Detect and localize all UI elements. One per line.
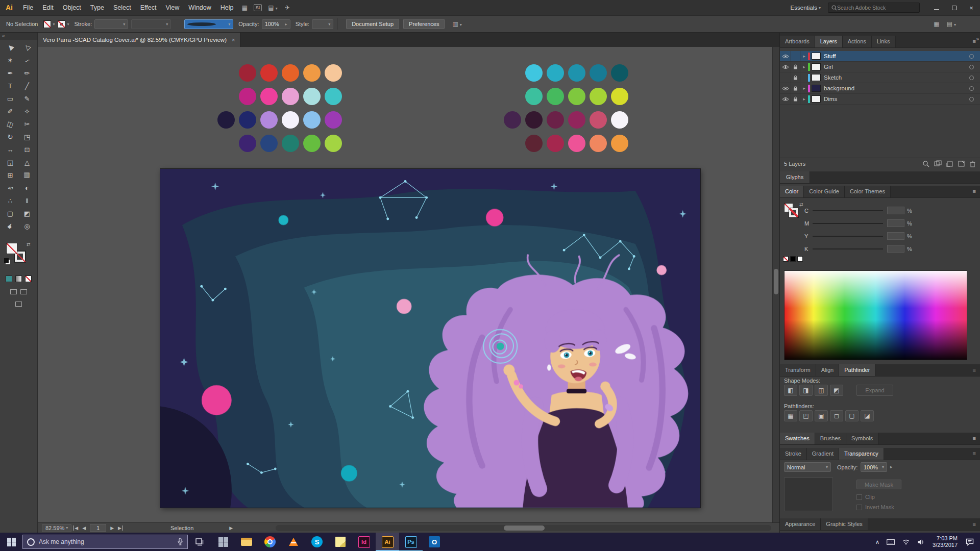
selection-tool[interactable]: ▶ — [2, 41, 19, 54]
hand-tool[interactable]: ☛ — [2, 220, 19, 233]
tab-transparency[interactable]: Transparency — [839, 448, 884, 460]
intersect-button[interactable]: ◫ — [815, 385, 828, 396]
minus-back-button[interactable]: ◪ — [861, 410, 874, 421]
fill-color-swatch[interactable] — [43, 20, 51, 28]
tab-pathfinder[interactable]: Pathfinder — [839, 364, 875, 376]
layer-name[interactable]: Sketch — [824, 74, 969, 81]
artboard-tool[interactable]: ▢ — [2, 207, 19, 220]
share-icon[interactable]: ✈ — [281, 4, 293, 11]
swap-fill-stroke-icon[interactable]: ⇄ — [27, 242, 31, 247]
tab-layers[interactable]: Layers — [815, 36, 843, 47]
palette-swatch[interactable] — [303, 88, 321, 105]
expand-arrow[interactable]: ▸ — [800, 83, 808, 94]
default-fill-stroke-icon[interactable] — [4, 258, 9, 263]
column-graph-tool[interactable]: ‖ — [19, 194, 36, 207]
menu-file[interactable]: File — [18, 0, 38, 15]
free-transform-tool[interactable]: ⊡ — [19, 143, 36, 156]
channel-slider[interactable] — [813, 223, 883, 224]
volume-icon[interactable] — [914, 539, 928, 545]
channel-value-field[interactable] — [887, 219, 904, 227]
palette-swatch[interactable] — [282, 64, 299, 82]
channel-slider[interactable] — [813, 248, 883, 249]
zoom-tool[interactable]: ◎ — [19, 220, 36, 233]
lock-toggle[interactable] — [791, 83, 800, 94]
exclude-button[interactable]: ◩ — [830, 385, 843, 396]
gradient-mode-button[interactable] — [15, 276, 22, 282]
invert-mask-checkbox[interactable]: Invert Mask — [856, 504, 894, 510]
panel-list-icon[interactable]: ▤▾ — [943, 20, 960, 28]
tab-graphic-styles[interactable]: Graphic Styles — [821, 518, 868, 530]
layer-name[interactable]: Dims — [824, 96, 969, 102]
visibility-toggle[interactable] — [780, 94, 791, 105]
symbol-sprayer-tool[interactable]: ∴ — [2, 194, 19, 207]
taskbar-task-view[interactable] — [188, 533, 211, 551]
perspective-grid-tool[interactable]: △ — [19, 156, 36, 169]
palette-swatch[interactable] — [611, 135, 628, 152]
layer-row-dims[interactable]: ▸Dims — [780, 94, 980, 105]
new-sublayer-icon[interactable] — [946, 160, 953, 167]
minimize-button[interactable] — [928, 0, 945, 15]
rectangle-tool[interactable]: ▭ — [2, 92, 19, 105]
palette-swatch[interactable] — [525, 135, 543, 152]
new-layer-icon[interactable] — [958, 160, 965, 167]
layer-target-circle[interactable] — [969, 54, 974, 59]
style-combo[interactable]: ▾ — [312, 19, 333, 29]
menu-select[interactable]: Select — [109, 0, 136, 15]
vertical-scrollbar-thumb[interactable] — [774, 269, 778, 294]
delete-layer-icon[interactable] — [969, 160, 976, 167]
black-swatch[interactable] — [790, 256, 796, 262]
zoom-level-combo[interactable]: 82.59% ▾ — [42, 524, 71, 532]
first-artboard-button[interactable]: ◀ — [74, 525, 78, 531]
color-spectrum[interactable] — [784, 270, 967, 360]
palette-swatch[interactable] — [260, 135, 278, 152]
taskbar-skype[interactable]: S — [305, 533, 329, 551]
channel-value-field[interactable] — [887, 232, 904, 240]
tab-appearance[interactable]: Appearance — [780, 518, 821, 530]
horizontal-scrollbar[interactable] — [276, 525, 771, 531]
canvas-area[interactable] — [38, 47, 779, 522]
taskbar-illustrator[interactable]: Ai — [376, 533, 399, 551]
document-tab[interactable]: Vero Parra -SCAD Catalog Cover.ai* @ 82.… — [38, 33, 240, 47]
stroke-width-combo[interactable]: ▾ — [94, 19, 128, 29]
palette-swatch[interactable] — [568, 111, 585, 129]
menu-object[interactable]: Object — [58, 0, 86, 15]
crop-button[interactable]: ◻ — [830, 410, 843, 421]
width-tool[interactable]: ↔ — [2, 143, 19, 156]
panel-menu-icon[interactable]: ≡ — [969, 518, 980, 530]
menu-effect[interactable]: Effect — [136, 0, 161, 15]
expand-arrow[interactable]: ▸ — [800, 51, 808, 62]
palette-swatch[interactable] — [303, 111, 321, 129]
last-artboard-button[interactable]: ▶ — [118, 525, 122, 531]
checkbox-box[interactable] — [856, 505, 862, 510]
channel-value-field[interactable] — [887, 245, 904, 253]
pencil-tool[interactable]: ✐ — [2, 105, 19, 118]
palette-swatch[interactable] — [590, 135, 607, 152]
color-mode-button[interactable] — [6, 276, 12, 282]
lock-toggle[interactable] — [791, 72, 800, 83]
visibility-toggle[interactable] — [780, 83, 791, 94]
opacity-combo[interactable]: 100%▸ — [262, 19, 290, 29]
taskbar-photoshop[interactable]: Ps — [399, 533, 423, 551]
panel-grid-icon[interactable]: ▦ — [930, 20, 943, 28]
draw-behind-button[interactable] — [20, 289, 27, 294]
palette-swatch[interactable] — [282, 135, 299, 152]
lock-toggle[interactable] — [791, 94, 800, 105]
network-icon[interactable] — [898, 539, 914, 545]
tab-brushes[interactable]: Brushes — [815, 433, 846, 444]
restore-button[interactable] — [945, 0, 963, 15]
stock-search[interactable] — [828, 3, 920, 13]
collapse-toolbar-icon[interactable]: « — [0, 33, 37, 40]
none-swatch[interactable] — [783, 256, 789, 262]
palette-swatch[interactable] — [239, 88, 256, 105]
lasso-tool[interactable]: ∽ — [19, 54, 36, 67]
artboard-number-field[interactable] — [90, 524, 106, 532]
direct-selection-tool[interactable]: ▷ — [19, 41, 36, 54]
taskbar-indesign[interactable]: Id — [352, 533, 376, 551]
palette-swatch[interactable] — [568, 135, 585, 152]
trim-button[interactable]: ◰ — [799, 410, 813, 421]
layer-row-sketch[interactable]: Sketch — [780, 72, 980, 83]
panel-menu-icon[interactable]: ≡ — [969, 186, 980, 197]
palette-swatch[interactable] — [525, 88, 543, 105]
magic-wand-tool[interactable]: ✶ — [2, 54, 19, 67]
visibility-toggle[interactable] — [780, 62, 791, 72]
